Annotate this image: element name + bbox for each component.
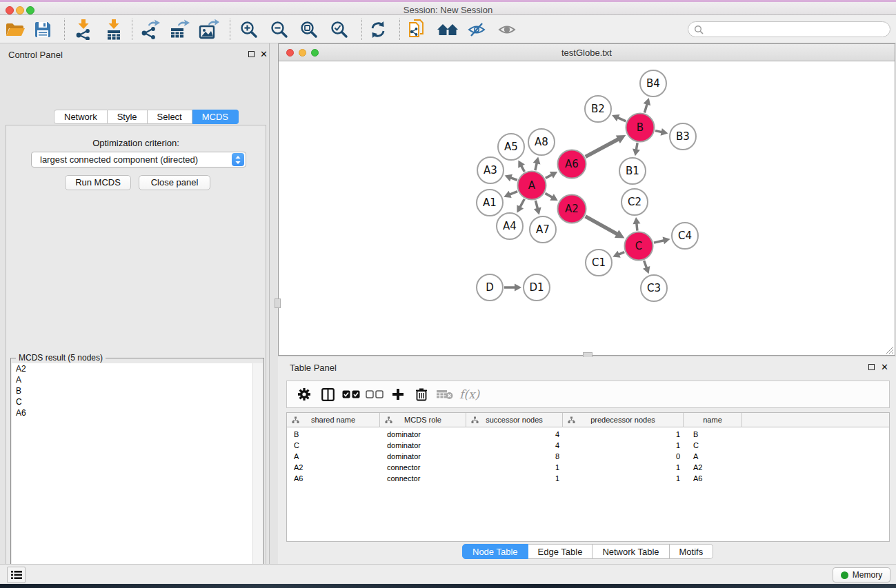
edge-A-A1[interactable] [509, 192, 517, 195]
cell-successor-nodes[interactable]: 1 [466, 462, 563, 473]
cell-MCDS-role[interactable]: connector [380, 473, 466, 484]
cell-shared-name[interactable]: A2 [287, 462, 380, 473]
graph-node-D[interactable]: D [477, 274, 503, 301]
export-table-icon[interactable] [167, 17, 192, 42]
tab-style[interactable]: Style [108, 110, 148, 124]
search-field[interactable] [688, 21, 890, 37]
column-header-predecessor-nodes[interactable]: predecessor nodes [563, 413, 684, 427]
network-from-selection-icon[interactable] [405, 17, 430, 42]
graph-node-A[interactable]: A [518, 172, 546, 200]
edge-C-C4[interactable] [654, 241, 665, 243]
column-header-successor-nodes[interactable]: successor nodes [466, 413, 563, 427]
column-header-shared-name[interactable]: shared name [287, 413, 380, 427]
graph-node-A6[interactable]: A6 [558, 150, 586, 179]
graph-node-C4[interactable]: C4 [672, 223, 698, 249]
result-item[interactable]: B [12, 385, 263, 396]
result-item[interactable]: A [12, 374, 263, 385]
graph-node-B1[interactable]: B1 [619, 158, 646, 184]
graph-node-B[interactable]: B [626, 114, 655, 142]
cell-MCDS-role[interactable]: dominator [380, 451, 466, 462]
network-canvas[interactable]: B4B2BB3A8A5A6A3B1AA1C2A2A4A7CC4C1C3DD1 [279, 61, 895, 355]
cell-predecessor-nodes[interactable]: 0 [563, 451, 684, 462]
select-all-icon[interactable] [339, 383, 363, 405]
edge-A-A7[interactable] [535, 201, 537, 210]
tab-motifs[interactable]: Motifs [670, 544, 714, 559]
create-column-icon[interactable] [386, 383, 410, 405]
graph-node-A5[interactable]: A5 [498, 134, 524, 160]
memory-button[interactable]: Memory [833, 567, 890, 582]
node-table[interactable]: shared nameMCDS rolesuccessor nodesprede… [286, 412, 890, 542]
edge-A-A4[interactable] [519, 199, 524, 208]
graph-node-C1[interactable]: C1 [586, 250, 612, 276]
graph-node-A8[interactable]: A8 [528, 129, 555, 155]
import-network-icon[interactable] [71, 17, 96, 42]
cell-MCDS-role[interactable]: dominator [380, 429, 466, 440]
deselect-all-icon[interactable] [363, 383, 386, 405]
tab-select[interactable]: Select [148, 110, 192, 124]
column-header-name[interactable]: name [684, 413, 742, 427]
table-row[interactable]: Cdominator41C [287, 440, 889, 451]
task-history-button[interactable] [7, 567, 26, 583]
table-row[interactable]: Bdominator41B [287, 429, 889, 440]
delete-column-icon[interactable] [410, 383, 433, 405]
function-builder-icon[interactable]: f(x) [459, 387, 479, 401]
refresh-icon[interactable] [366, 17, 390, 42]
edge-B-B2[interactable] [617, 117, 626, 121]
criterion-dropdown[interactable]: largest connected component (directed) [31, 152, 246, 168]
cell-predecessor-nodes[interactable]: 1 [563, 462, 684, 473]
edge-A6-B[interactable] [586, 139, 619, 156]
close-panel-icon[interactable]: ✕ [260, 49, 268, 59]
export-image-icon[interactable] [197, 17, 221, 42]
close-table-panel-icon[interactable]: ✕ [881, 362, 888, 372]
result-item[interactable]: C [12, 396, 263, 407]
graph-node-D1[interactable]: D1 [524, 274, 550, 301]
tab-network-table[interactable]: Network Table [593, 544, 669, 559]
cell-shared-name[interactable]: C [287, 440, 380, 451]
table-row[interactable]: A6connector11A6 [287, 473, 889, 484]
graph-node-C2[interactable]: C2 [621, 189, 648, 215]
column-header-MCDS-role[interactable]: MCDS role [380, 413, 466, 427]
cell-name[interactable]: A2 [684, 462, 742, 473]
cell-MCDS-role[interactable]: dominator [380, 440, 466, 451]
settings-gear-icon[interactable] [292, 383, 316, 405]
edge-B-B4[interactable] [644, 103, 647, 113]
first-neighbors-icon[interactable] [435, 17, 460, 42]
result-item[interactable]: A6 [12, 407, 263, 418]
tab-edge-table[interactable]: Edge Table [528, 544, 593, 559]
table-row[interactable]: A2connector11A2 [287, 462, 889, 473]
graph-node-A3[interactable]: A3 [477, 157, 504, 183]
cell-successor-nodes[interactable]: 1 [466, 473, 563, 484]
graph-node-A4[interactable]: A4 [497, 213, 523, 239]
close-panel-button[interactable]: Close panel [139, 175, 210, 190]
float-table-panel-icon[interactable] [868, 363, 875, 372]
export-network-icon[interactable] [138, 17, 163, 42]
cell-shared-name[interactable]: A [287, 451, 380, 462]
cell-predecessor-nodes[interactable]: 1 [563, 440, 684, 451]
cell-shared-name[interactable]: A6 [287, 473, 380, 484]
graph-node-C3[interactable]: C3 [641, 275, 667, 301]
cell-successor-nodes[interactable]: 4 [466, 429, 563, 440]
edge-A2-C[interactable] [586, 216, 618, 234]
delete-table-icon[interactable] [433, 383, 457, 405]
graph-node-B2[interactable]: B2 [585, 96, 611, 122]
graph-node-B4[interactable]: B4 [640, 70, 666, 97]
cell-name[interactable]: A [684, 451, 742, 462]
result-item[interactable]: A2 [12, 363, 263, 374]
mcds-result-list[interactable]: A2ABCA6 [12, 363, 263, 588]
table-row[interactable]: Adominator80A [287, 451, 889, 462]
zoom-selected-icon[interactable] [327, 17, 352, 42]
network-window-titlebar[interactable]: testGlobe.txt [279, 44, 895, 61]
run-mcds-button[interactable]: Run MCDS [65, 175, 131, 190]
cell-successor-nodes[interactable]: 8 [466, 451, 563, 462]
tab-node-table[interactable]: Node Table [462, 544, 528, 559]
zoom-out-icon[interactable] [267, 17, 292, 42]
graph-node-B3[interactable]: B3 [670, 123, 696, 150]
show-all-icon[interactable] [495, 17, 519, 42]
graph-node-A1[interactable]: A1 [477, 190, 503, 216]
cell-successor-nodes[interactable]: 4 [466, 440, 563, 451]
save-icon[interactable] [30, 17, 55, 42]
cell-name[interactable]: B [684, 429, 742, 440]
cell-predecessor-nodes[interactable]: 1 [563, 473, 684, 484]
vertical-divider-handle[interactable] [275, 298, 281, 308]
tab-mcds[interactable]: MCDS [192, 110, 239, 124]
